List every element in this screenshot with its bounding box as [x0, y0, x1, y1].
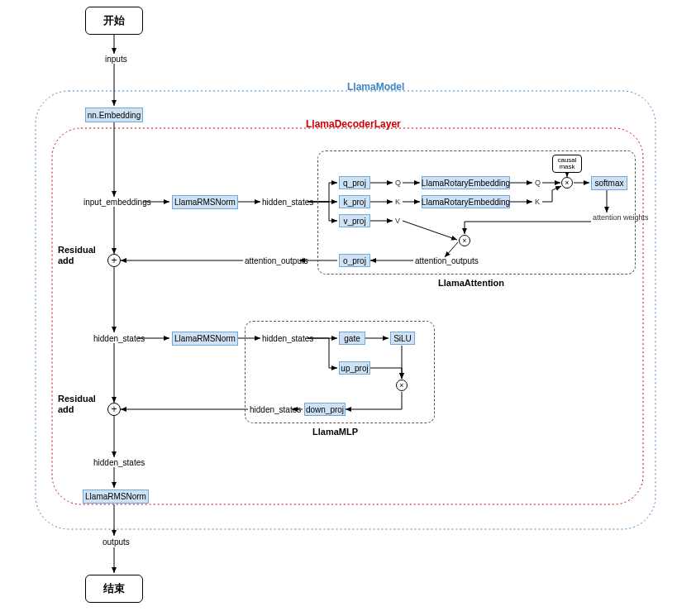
softmax-module: softmax — [591, 176, 627, 190]
hidden-states-mlp-label: hidden_states — [250, 405, 301, 414]
o-proj-label: o_proj — [343, 256, 366, 265]
q-label: Q — [395, 179, 401, 187]
rmsnorm-2-label: LlamaRMSNorm — [174, 334, 236, 343]
nn-embedding-label: nn.Embedding — [88, 111, 141, 120]
hidden-states-4-label: hidden_states — [93, 458, 145, 467]
end-node: 结束 — [85, 575, 143, 603]
o-proj-module: o_proj — [339, 254, 370, 267]
residual-add-1-label: Residualadd — [58, 245, 96, 266]
v-proj-module: v_proj — [339, 214, 370, 227]
residual-add-2-icon: + — [107, 403, 121, 416]
v-proj-label: v_proj — [343, 217, 365, 226]
attn-outputs-right-label: attention_outputs — [415, 256, 479, 265]
outputs-label: outputs — [103, 537, 130, 547]
attn-outputs-left-label: attention_outputs — [245, 256, 308, 265]
hidden-states-1-label: hidden_states — [262, 198, 313, 207]
mult-attn-icon: × — [459, 235, 470, 246]
q-proj-label: q_proj — [343, 179, 366, 188]
mult-qk-icon: × — [561, 177, 573, 189]
rmsnorm-2-module: LlamaRMSNorm — [172, 332, 238, 346]
causal-mask-label: causal mask — [553, 157, 581, 170]
down-proj-module: down_proj — [304, 403, 346, 416]
softmax-label: softmax — [595, 179, 624, 188]
rmsnorm-3-module: LlamaRMSNorm — [83, 489, 149, 504]
llama-decoder-title: LlamaDecoderLayer — [306, 118, 401, 130]
residual-add-1-icon: + — [107, 254, 121, 267]
rmsnorm-3-label: LlamaRMSNorm — [85, 492, 146, 501]
end-label: 结束 — [103, 581, 125, 596]
k-proj-label: k_proj — [343, 198, 365, 207]
rotary-k-module: LlamaRotaryEmbedding — [422, 195, 510, 208]
k-proj-module: k_proj — [339, 195, 370, 208]
rotary-q-module: LlamaRotaryEmbedding — [422, 176, 510, 189]
mult-mlp-icon: × — [396, 380, 408, 391]
q2-label: Q — [535, 179, 541, 187]
llama-mlp-title: LlamaMLP — [312, 427, 358, 437]
start-label: 开始 — [103, 13, 125, 28]
rotary-k-label: LlamaRotaryEmbedding — [422, 198, 510, 207]
v-label: V — [395, 217, 400, 225]
k-label: K — [395, 198, 400, 206]
diagram-canvas — [0, 0, 677, 616]
gate-module: gate — [339, 332, 365, 345]
hidden-states-2-label: hidden_states — [93, 334, 145, 343]
llama-attention-title: LlamaAttention — [438, 278, 504, 288]
gate-label: gate — [344, 334, 360, 343]
rotary-q-label: LlamaRotaryEmbedding — [422, 179, 510, 188]
attention-weights-label: attention weights — [593, 214, 649, 222]
down-proj-label: down_proj — [306, 405, 344, 414]
up-proj-label: up_proj — [341, 364, 368, 373]
rmsnorm-1-module: LlamaRMSNorm — [172, 195, 238, 209]
residual-add-2-label: Residualadd — [58, 394, 96, 415]
input-embeddings-label: input_embeddings — [83, 198, 151, 207]
silu-label: SiLU — [393, 334, 412, 343]
q-proj-module: q_proj — [339, 176, 370, 189]
rmsnorm-1-label: LlamaRMSNorm — [174, 198, 236, 207]
up-proj-module: up_proj — [339, 361, 370, 375]
nn-embedding-module: nn.Embedding — [85, 107, 143, 122]
k2-label: K — [535, 198, 540, 206]
inputs-label: inputs — [105, 55, 127, 64]
start-node: 开始 — [85, 7, 143, 35]
causal-mask-box: causal mask — [552, 155, 582, 173]
silu-module: SiLU — [390, 332, 415, 345]
llama-model-title: LlamaModel — [347, 81, 404, 93]
